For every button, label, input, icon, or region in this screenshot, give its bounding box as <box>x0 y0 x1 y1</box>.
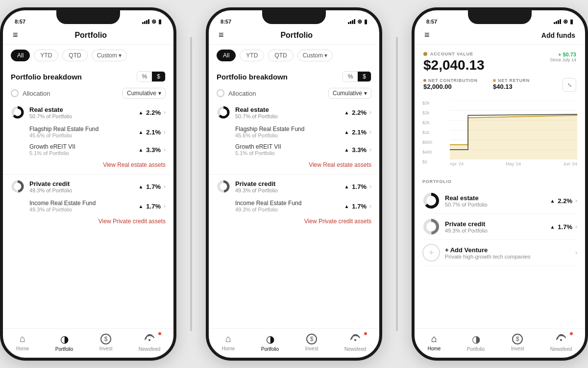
wifi-icon: ⊛ <box>151 18 156 25</box>
scroll-content-1: Portfolio breakdown % $ Allocation Cumul… <box>3 66 173 328</box>
view-real-estate-link-1[interactable]: View Real estate assets <box>3 158 173 173</box>
portfolio-real-estate-item[interactable]: Real estate 50.7% of Portfolio ▲ 2.2% › <box>422 188 577 214</box>
tab-custom-1[interactable]: Custom ▾ <box>92 50 127 61</box>
home-icon-1: ⌂ <box>20 333 25 344</box>
cumulative-select-2[interactable]: Cumulative ▾ <box>328 88 371 99</box>
phone-3: 8:57 ⊛ ▮ ≡ Add funds <box>412 7 588 361</box>
toggle-pct-2[interactable]: % <box>343 72 358 81</box>
add-venture-sub: Private high-growth tech companies <box>445 254 531 260</box>
nav-invest-3[interactable]: $ Invest <box>511 334 524 351</box>
menu-icon-2[interactable]: ≡ <box>219 30 224 40</box>
chart-svg <box>450 101 577 159</box>
tab-custom-2[interactable]: Custom ▾ <box>297 50 333 61</box>
portfolio-section: PORTFOLIO Real estate 50.7% of Portfolio <box>415 174 585 269</box>
private-credit-sub-2: 49.3% of Portfolio <box>235 187 278 193</box>
wifi-icon-2: ⊛ <box>357 18 362 25</box>
portfolio-real-estate-name: Real estate <box>445 194 488 202</box>
growth-item-1[interactable]: Growth eREIT VII 5.1% of Portfolio ▲ 3.3… <box>3 141 173 158</box>
nav-portfolio-label-2: Portfolio <box>261 346 279 352</box>
tab-ytd-1[interactable]: YTD <box>34 50 58 61</box>
nav-portfolio-2[interactable]: ◑ Portfolio <box>261 333 279 352</box>
toggle-dollar-1[interactable]: $ <box>152 72 165 81</box>
newsfeed-icon-2 <box>350 333 360 345</box>
allocation-radio-2[interactable] <box>217 89 224 97</box>
menu-icon-3[interactable]: ≡ <box>424 30 430 40</box>
flagship-arrow-2: ▲ <box>344 130 349 135</box>
header-title-2: Portfolio <box>280 31 313 40</box>
phone-2: 8:57 ⊛ ▮ ≡ Portfolio All YTD QTD Cu <box>206 7 382 361</box>
real-estate-arrow-1: ▲ <box>138 110 143 115</box>
custom-chevron-icon-2: ▾ <box>324 52 327 59</box>
nav-newsfeed-2[interactable]: Newsfeed <box>344 333 366 352</box>
add-funds-button[interactable]: Add funds <box>541 31 575 39</box>
nav-portfolio-label-3: Portfolio <box>467 346 485 352</box>
tab-qtd-2[interactable]: QTD <box>268 50 293 61</box>
tab-all-1[interactable]: All <box>11 50 30 61</box>
real-estate-arrow-2: ▲ <box>344 110 349 115</box>
view-private-credit-link-1[interactable]: View Private credit assets <box>3 215 173 230</box>
income-item-1[interactable]: Income Real Estate Fund 49.3% of Portfol… <box>3 197 173 215</box>
home-icon-3: ⌂ <box>431 333 437 344</box>
portfolio-private-credit-item[interactable]: Private credit 49.3% of Portfolio ▲ 1.7%… <box>422 214 577 240</box>
account-meta: NET CONTRIBUTION $2,000.00 NET RETURN $4… <box>423 78 576 92</box>
toggle-dollar-2[interactable]: $ <box>358 72 371 81</box>
cumulative-select-1[interactable]: Cumulative ▾ <box>122 88 166 99</box>
invest-icon-1: $ <box>100 334 111 344</box>
flagship-name-2: Flagship Real Estate Fund <box>235 126 304 132</box>
nav-home-1[interactable]: ⌂ Home <box>16 333 29 351</box>
income-item-2[interactable]: Income Real Estate Fund 49.3% of Portfol… <box>209 197 379 215</box>
menu-icon-1[interactable]: ≡ <box>13 30 18 40</box>
portfolio-icon-1: ◑ <box>60 333 69 345</box>
nav-home-3[interactable]: ⌂ Home <box>428 333 441 351</box>
real-estate-item-1[interactable]: Real estate 50.7% of Portfolio ▲ 2.2% › <box>3 102 173 123</box>
nav-newsfeed-1[interactable]: Newsfeed <box>139 333 160 352</box>
allocation-radio-1[interactable] <box>11 89 19 97</box>
expand-chart-button[interactable]: ⤡ <box>563 78 576 92</box>
notch-3 <box>468 10 532 24</box>
tab-all-2[interactable]: All <box>217 50 236 61</box>
growth-item-2[interactable]: Growth eREIT VII 5.1% of Portfolio ▲ 3.3… <box>209 141 379 158</box>
flagship-item-1[interactable]: Flagship Real Estate Fund 45.6% of Portf… <box>3 123 173 141</box>
nav-home-2[interactable]: ⌂ Home <box>222 333 235 351</box>
flagship-item-2[interactable]: Flagship Real Estate Fund 45.6% of Portf… <box>209 123 379 141</box>
toggle-pct-1[interactable]: % <box>137 72 152 81</box>
portfolio-real-estate-donut <box>422 192 440 210</box>
real-estate-item-2[interactable]: Real estate 50.7% of Portfolio ▲ 2.2% › <box>209 102 379 123</box>
newsfeed-dot-2 <box>364 332 367 335</box>
nav-invest-label-3: Invest <box>511 346 524 351</box>
net-contribution-value: $2,000.00 <box>423 83 486 90</box>
private-credit-chevron-2: › <box>369 183 371 190</box>
time-2: 8:57 <box>220 19 231 25</box>
nav-portfolio-1[interactable]: ◑ Portfolio <box>55 333 74 352</box>
nav-portfolio-3[interactable]: ◑ Portfolio <box>467 333 485 352</box>
growth-name-1: Growth eREIT VII <box>29 143 75 150</box>
private-credit-name-1: Private credit <box>29 180 72 187</box>
account-value-amount: $2,040.13 <box>423 57 485 73</box>
real-estate-return-1: 2.2% <box>146 109 161 116</box>
income-chevron-2: › <box>369 203 371 210</box>
nav-newsfeed-3[interactable]: Newsfeed <box>550 333 572 352</box>
nav-invest-1[interactable]: $ Invest <box>99 334 113 351</box>
tab-ytd-2[interactable]: YTD <box>240 50 264 61</box>
filter-tabs-2: All YTD QTD Custom ▾ <box>209 45 379 66</box>
growth-sub-2: 5.1% of Portfolio <box>235 150 281 156</box>
nav-invest-2[interactable]: $ Invest <box>305 334 318 351</box>
allocation-label-2: Allocation <box>228 90 256 97</box>
status-icons-2: ⊛ ▮ <box>348 18 368 25</box>
allocation-row-2: Allocation Cumulative ▾ <box>209 85 379 102</box>
tab-qtd-1[interactable]: QTD <box>62 50 87 61</box>
view-real-estate-link-2[interactable]: View Real estate assets <box>209 158 379 173</box>
portfolio-private-credit-return: 1.7% <box>558 223 572 231</box>
private-credit-item-2[interactable]: Private credit 49.3% of Portfolio ▲ 1.7%… <box>209 176 379 197</box>
add-venture-item[interactable]: + + Add Venture Private high-growth tech… <box>422 240 577 266</box>
nav-newsfeed-label-3: Newsfeed <box>550 346 572 352</box>
view-private-credit-link-2[interactable]: View Private credit assets <box>209 215 379 230</box>
private-credit-donut-icon-2 <box>217 180 230 193</box>
income-arrow-1: ▲ <box>138 204 143 209</box>
section-header-2: Portfolio breakdown % $ <box>209 66 379 85</box>
private-credit-item-1[interactable]: Private credit 49.3% of Portfolio ▲ 1.7%… <box>3 176 173 197</box>
nav-home-label-1: Home <box>16 346 29 351</box>
private-credit-name-2: Private credit <box>235 180 278 187</box>
chart-svg-container: Apr '24 May '24 Jun '24 <box>450 101 577 164</box>
private-credit-arrow-2: ▲ <box>344 184 349 189</box>
